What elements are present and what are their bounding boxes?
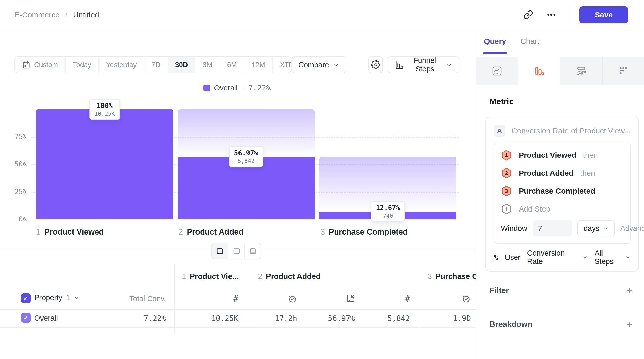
step-row-2[interactable]: 2 Product Added then [501,164,624,182]
measure-scope-select[interactable]: All Steps [595,249,631,266]
range-label: 6M [227,61,237,69]
funnel-chart: 75% 50% 25% 0% 100% 10.25K 56.97% 5,842 [31,109,459,219]
count-metric-header: # [398,293,410,305]
column-divider [419,264,419,333]
group-name: Product Vie... [190,272,239,281]
gear-icon [371,60,380,69]
tab-query[interactable]: Query [484,37,506,57]
range-label: Custom [34,61,58,69]
metric-heading: Metric [490,97,639,106]
breadcrumb-current-title[interactable]: Untitled [73,10,99,19]
tooltip-count: 5,842 [234,157,258,165]
share-link-button[interactable] [521,8,535,22]
add-step-hexagon-icon [501,203,512,215]
measure-entity[interactable]: User [505,253,520,262]
group-number: 3 [428,272,432,281]
range-today[interactable]: Today [65,57,98,73]
chart-view-selector[interactable]: Funnel Steps [388,56,459,73]
total-conv-header: Total Conv. [129,294,166,303]
range-7d[interactable]: 7D [144,57,168,73]
layout-split-rows-button[interactable] [212,243,228,259]
line-bottom-icon [249,247,257,255]
chart-type-funnel-tab[interactable] [518,57,560,85]
legend-sep: · [242,84,244,92]
link-icon [523,10,533,20]
step-badge-icon: 1 [501,150,512,161]
row-total-conv: 7.22% [144,314,166,323]
select-all-checkbox[interactable]: ✓ [21,293,31,303]
chart-settings-button[interactable] [368,56,383,73]
add-filter-button[interactable]: + [626,285,633,296]
split-rows-icon [216,247,224,255]
chart-legend: Overall · 7.22% [14,83,459,92]
panel-body: Metric A Conversion Rate of Product View… [476,97,644,330]
table-row-divider [0,327,476,328]
more-menu-button[interactable] [544,8,558,22]
metric-series-row[interactable]: A Conversion Rate of Product View... [494,124,631,138]
column-divider [250,264,250,333]
chevron-down-icon [603,226,608,231]
advanced-toggle[interactable]: Advanced [620,224,644,233]
range-label: 30D [175,61,188,69]
breadcrumb-parent[interactable]: E-Commerce [14,10,60,19]
measure-metric-select[interactable]: Conversion Rate [527,249,588,266]
window-value-input[interactable] [533,220,572,236]
panel-tabs: Query Chart [476,30,644,57]
chart-toolbar: Custom Today Yesterday 7D 30D 3M 6M 12M … [14,56,459,73]
tooltip-percent: 12.67% [376,204,400,212]
layout-line-top-button[interactable] [228,243,244,259]
property-column-header[interactable]: Property 1 [34,293,79,302]
group-number: 1 [182,272,186,281]
range-30d[interactable]: 30D [168,57,195,73]
range-custom[interactable]: Custom [15,57,65,73]
table-group-1-header: 1 Product Vie... [182,272,239,281]
save-button[interactable]: Save [579,6,628,23]
window-unit-select[interactable]: days [577,220,615,236]
hash-icon: # [405,294,410,304]
tab-chart[interactable]: Chart [521,37,539,57]
compare-button[interactable]: Compare [291,56,346,73]
step-number: 1 [36,227,40,237]
series-title: Conversion Rate of Product View... [512,126,631,135]
step-event-name: Product Added [519,169,574,177]
top-actions: Save [521,6,628,23]
funnel-bar-step-1[interactable]: 100% 10.25K [36,109,173,219]
funnel-bars-icon [534,66,544,76]
step-row-3[interactable]: 3 Purchase Completed [501,182,624,200]
funnel-bar-tooltip: 12.67% 740 [371,201,405,222]
add-step-button[interactable]: Add Step [501,200,624,218]
check-icon: ✓ [23,295,28,302]
step-label-1: 1 Product Viewed [36,227,104,237]
range-xtd[interactable]: XTD [272,57,291,73]
flows-icon [576,66,587,76]
layout-line-bottom-button[interactable] [244,243,261,259]
row-checkbox[interactable]: ✓ [21,313,31,323]
funnel-bar-step-2[interactable]: 56.97% 5,842 [178,109,315,219]
step-name: Product Viewed [44,227,104,237]
range-label: XTD [280,61,291,69]
step-event-name: Purchase Completed [519,187,595,195]
range-12m[interactable]: 12M [244,57,272,73]
property-label: Property [34,293,63,302]
funnel-bar-step-3[interactable]: 12.67% 740 [319,109,456,219]
step-row-1[interactable]: 1 Product Viewed then [501,146,624,164]
step-number: 2 [179,227,183,237]
range-3m[interactable]: 3M [195,57,220,73]
check-icon: ✓ [23,314,28,321]
funnel-bar-tooltip: 100% 10.25K [89,99,120,120]
stopwatch-check-icon [462,294,471,303]
add-breakdown-button[interactable]: + [626,319,633,330]
conversion-metric-header [343,293,355,305]
range-yesterday[interactable]: Yesterday [98,57,144,73]
chart-type-insights-tab[interactable] [476,57,518,85]
range-6m[interactable]: 6M [220,57,244,73]
tooltip-percent: 100% [95,101,115,110]
filter-label: Filter [490,286,509,295]
legend-series[interactable]: Overall [214,84,238,92]
table-group-2-header: 2 Product Added [258,272,321,281]
chevron-down-icon [446,62,452,68]
chart-type-flows-tab[interactable] [560,57,603,85]
chart-type-retention-tab[interactable] [603,57,644,85]
count-metric-header: # [226,293,238,305]
measure-row: % User Conversion Rate All Steps [494,251,631,263]
